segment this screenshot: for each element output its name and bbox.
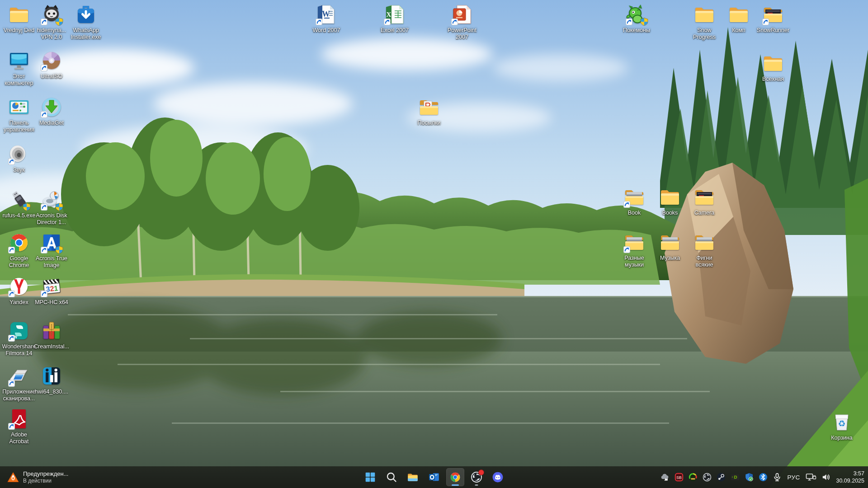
tray-fps-monitor-icon[interactable] xyxy=(689,473,698,482)
yandex-icon xyxy=(8,276,30,297)
desktop-icon[interactable]: PowerPoint 2007 xyxy=(443,4,481,41)
widget-subtitle: В действии xyxy=(23,478,68,484)
tray-network-icon[interactable] xyxy=(806,473,816,482)
desktop-icon[interactable]: Покемоны xyxy=(618,4,656,34)
widgets-button[interactable]: Предупрежден... В действии xyxy=(2,468,74,486)
desktop-icon[interactable]: Комп xyxy=(720,4,758,34)
desktop-icon-label: Музыка xyxy=(660,255,680,262)
desktop-icon[interactable]: Посылки xyxy=(410,96,448,127)
folder-photo-icon xyxy=(623,231,645,253)
shortcut-arrow-icon xyxy=(316,19,322,25)
taskbar-chrome-button[interactable] xyxy=(446,468,464,486)
desktop-icon[interactable]: Фигни всякие xyxy=(685,231,723,268)
shortcut-arrow-icon xyxy=(41,247,47,253)
desktop-icon[interactable]: Всехная xyxy=(754,52,792,83)
desktop-icon-label: Yandex xyxy=(9,299,28,306)
svg-text:♻: ♻ xyxy=(838,419,845,428)
desktop-icon[interactable]: CreamInstal... xyxy=(33,320,71,350)
chrome-icon xyxy=(8,232,30,253)
tray-windows-security-icon[interactable] xyxy=(745,473,754,482)
desktop-icon[interactable]: hwi64_830.... xyxy=(33,365,71,395)
desktop-icon[interactable]: Звук xyxy=(0,143,38,174)
folder-icon xyxy=(693,4,715,25)
uac-shield-icon xyxy=(22,202,31,211)
shortcut-arrow-icon xyxy=(41,111,47,118)
usb-icon xyxy=(8,189,30,211)
uac-shield-icon xyxy=(55,202,64,211)
desktop-icon[interactable]: MediaGet xyxy=(33,96,71,127)
desktop-icon[interactable]: Разные музыки xyxy=(615,231,653,268)
desktop-icon-label: Покемоны xyxy=(623,27,650,34)
desktop-icon[interactable]: Музыка xyxy=(651,231,689,262)
desktop-icon-label: WhatsApp Installer.exe xyxy=(71,27,101,41)
pokemon-icon xyxy=(626,4,647,25)
winrar-icon xyxy=(41,320,62,342)
taskbar-center xyxy=(361,468,507,486)
svg-text:W: W xyxy=(322,9,330,19)
clock[interactable]: 3:57 30.09.2025 xyxy=(835,470,864,485)
desktop-icon[interactable]: Snow Progress xyxy=(685,4,723,41)
taskbar-obs-button[interactable] xyxy=(467,468,486,486)
folder-icon xyxy=(762,52,784,74)
acronis-icon xyxy=(41,232,62,253)
word-icon: W xyxy=(316,4,337,25)
svg-text:SB: SB xyxy=(676,475,682,480)
filmora-icon: w xyxy=(8,320,30,342)
shortcut-arrow-icon xyxy=(8,335,15,342)
tray-bluetooth-icon[interactable] xyxy=(759,473,768,482)
desktop-icon[interactable]: Books xyxy=(651,186,689,216)
desktop-icon[interactable]: Camera xyxy=(685,186,723,216)
quick-settings-group xyxy=(806,473,830,482)
desktop-icon[interactable]: WWord 2007 xyxy=(307,4,345,34)
desktop-icon[interactable]: Book xyxy=(615,186,653,216)
language-indicator[interactable]: РУС xyxy=(786,474,802,481)
desktop-icon[interactable]: Acronis Disk Director 1... xyxy=(33,189,71,226)
desktop-icon[interactable]: ♻Корзина xyxy=(823,411,861,441)
desktop-icon-label: Корзина xyxy=(831,435,853,441)
shortcut-arrow-icon xyxy=(41,19,47,25)
taskbar-file-explorer-button[interactable] xyxy=(404,468,422,486)
desktop-icon[interactable]: 321MPC-HC x64 xyxy=(33,276,71,306)
control-panel-icon xyxy=(8,96,30,118)
tray-hidden-icons-icon[interactable] xyxy=(660,473,670,482)
desktop-icon-label: PowerPoint 2007 xyxy=(448,27,476,41)
desktop-icon-label: hidemyna... VPN 2.0 xyxy=(37,27,66,41)
desktop-icon[interactable]: XExcel 2007 xyxy=(376,4,414,34)
taskbar-outlook-button[interactable] xyxy=(425,468,443,486)
tray-startisback-icon[interactable]: SB xyxy=(675,473,684,482)
desktop-icon-label: hwi64_830.... xyxy=(35,389,68,395)
shortcut-arrow-icon xyxy=(8,247,15,253)
desktop-icon[interactable]: WhatsApp Installer.exe xyxy=(67,4,105,41)
desktop-icon-label: Acronis Disk Director 1... xyxy=(36,212,67,226)
desktop-icon-label: Camera xyxy=(694,210,714,216)
desktop-icon[interactable]: Acronis True Image xyxy=(33,232,71,269)
desktop-icon-label: Посылки xyxy=(418,120,441,127)
tray-obs-studio-icon[interactable] xyxy=(703,473,712,482)
taskbar-start-button[interactable] xyxy=(361,468,379,486)
desktop-icon[interactable]: hidemyna... VPN 2.0 xyxy=(33,4,71,41)
taskbar: Предупрежден... В действии SB РУС 3:57 3… xyxy=(0,466,868,488)
taskbar-search-button[interactable] xyxy=(382,468,401,486)
desktop-icon[interactable]: UltraISO xyxy=(33,50,71,80)
folder-photo-icon xyxy=(693,231,715,253)
mpc-icon: 321 xyxy=(41,276,62,297)
tray-nvidia-settings-icon[interactable] xyxy=(731,473,740,482)
tray-volume-icon[interactable] xyxy=(821,473,830,482)
desktop-icon[interactable]: Adobe Acrobat xyxy=(0,408,38,445)
shortcut-arrow-icon xyxy=(8,158,15,165)
clock-time: 3:57 xyxy=(836,470,864,477)
tray-steam-icon[interactable] xyxy=(717,473,726,482)
shortcut-arrow-icon xyxy=(41,204,47,211)
notification-badge xyxy=(478,469,484,475)
uac-shield-icon xyxy=(55,17,64,26)
shortcut-arrow-icon xyxy=(41,291,47,297)
desktop-icon-label: Book xyxy=(628,210,641,216)
tray-microphone-icon[interactable] xyxy=(773,473,782,482)
desktop-icon-label: MediaGet xyxy=(39,120,64,127)
folder-icon xyxy=(659,186,681,208)
shortcut-arrow-icon xyxy=(8,423,15,430)
tray-icon-group: SB xyxy=(660,473,782,482)
shortcut-arrow-icon xyxy=(451,19,458,25)
taskbar-discord-button[interactable] xyxy=(489,468,507,486)
desktop-icon[interactable]: SnowRunner xyxy=(754,4,792,34)
